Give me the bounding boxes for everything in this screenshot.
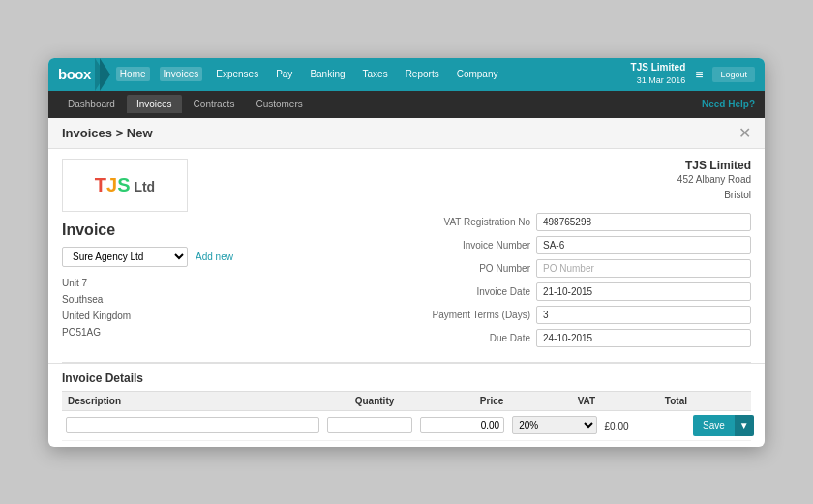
form-row-vat: VAT Registration No — [414, 213, 751, 231]
label-vat-reg: VAT Registration No — [414, 217, 530, 227]
nav-link-home[interactable]: Home — [116, 67, 150, 81]
subnav-dashboard[interactable]: Dashboard — [58, 95, 125, 113]
input-invoice-number[interactable] — [536, 236, 751, 254]
select-vat[interactable]: 20% 0% — [512, 416, 596, 434]
form-row-po-number: PO Number — [414, 259, 751, 278]
right-panel: TJS Limited 452 Albany Road Bristol VAT … — [414, 159, 751, 352]
address-line1: Unit 7 — [62, 275, 399, 291]
company-header-name: TJS Limited — [414, 159, 751, 172]
save-dropdown-button[interactable]: ▼ — [735, 415, 754, 436]
invoice-details-title: Invoice Details — [62, 371, 751, 385]
nav-link-expenses[interactable]: Expenses — [212, 67, 262, 81]
sub-nav: Dashboard Invoices Contracts Customers N… — [48, 91, 765, 118]
input-price[interactable] — [420, 417, 504, 433]
company-info: TJS Limited 31 Mar 2016 — [631, 61, 686, 87]
form-row-invoice-number: Invoice Number — [414, 236, 751, 254]
col-quantity: Quantity — [332, 396, 418, 406]
need-help-link[interactable]: Need Help? — [702, 99, 755, 109]
form-row-due-date: Due Date — [414, 329, 751, 347]
input-quantity[interactable] — [327, 417, 411, 433]
save-btn-group: Save ▼ — [693, 415, 754, 436]
logo-j: J — [106, 174, 117, 195]
address-line2: Southsea — [62, 291, 399, 308]
nav-right: TJS Limited 31 Mar 2016 ≡ Logout — [631, 61, 755, 87]
nav-links: Home Invoices Expenses Pay Banking Taxes… — [116, 67, 631, 81]
breadcrumb: Invoices > New — [62, 126, 153, 140]
save-button[interactable]: Save — [693, 415, 735, 436]
input-payment-terms[interactable] — [536, 306, 751, 324]
nav-link-invoices[interactable]: Invoices — [160, 67, 203, 81]
total-display: £0.00 — [605, 421, 631, 431]
nav-link-pay[interactable]: Pay — [272, 67, 296, 81]
company-addr1: 452 Albany Road — [414, 172, 751, 188]
invoice-details-section: Invoice Details Description Quantity Pri… — [48, 363, 765, 447]
client-select[interactable]: Sure Agency Ltd — [62, 247, 188, 267]
label-invoice-number: Invoice Number — [414, 240, 530, 251]
input-vat-reg[interactable] — [536, 213, 751, 231]
cell-vat: 20% 0% — [508, 416, 600, 434]
subnav-contracts[interactable]: Contracts — [184, 95, 245, 113]
input-invoice-date[interactable] — [536, 282, 751, 301]
top-nav: boox Home Invoices Expenses Pay Banking … — [48, 58, 765, 91]
nav-link-reports[interactable]: Reports — [402, 67, 443, 81]
nav-link-taxes[interactable]: Taxes — [359, 67, 392, 81]
browser-window: boox Home Invoices Expenses Pay Banking … — [48, 58, 765, 447]
main-content: TJS Ltd Invoice Sure Agency Ltd Add new … — [48, 149, 765, 362]
add-new-link[interactable]: Add new — [196, 252, 233, 262]
logo-area: boox — [58, 58, 110, 91]
col-description: Description — [62, 396, 332, 406]
table-row: 20% 0% £0.00 Save ▼ — [62, 411, 751, 441]
invoice-title: Invoice — [62, 222, 399, 239]
close-icon[interactable]: ✕ — [738, 124, 751, 142]
logo-text: boox — [58, 66, 91, 82]
subnav-invoices[interactable]: Invoices — [127, 95, 182, 113]
client-select-row: Sure Agency Ltd Add new — [62, 247, 399, 267]
company-name-top: TJS Limited — [631, 61, 686, 74]
input-due-date[interactable] — [536, 329, 751, 347]
cell-price — [416, 417, 508, 433]
company-logo-box: TJS Ltd — [62, 159, 188, 212]
col-price: Price — [417, 396, 509, 406]
subnav-customers[interactable]: Customers — [246, 95, 312, 113]
client-address: Unit 7 Southsea United Kingdom PO51AG — [62, 275, 399, 341]
cell-quantity — [323, 417, 415, 433]
nav-link-company[interactable]: Company — [453, 67, 502, 81]
address-line3: United Kingdom — [62, 308, 399, 324]
logo-t: T — [95, 174, 106, 195]
label-payment-terms: Payment Terms (Days) — [414, 310, 530, 320]
company-header: TJS Limited 452 Albany Road Bristol — [414, 159, 751, 203]
company-addr2: Bristol — [414, 188, 751, 203]
cell-total: £0.00 — [601, 420, 693, 431]
col-total: Total — [601, 396, 693, 406]
label-invoice-date: Invoice Date — [414, 286, 530, 297]
address-line4: PO51AG — [62, 324, 399, 341]
label-po-number: PO Number — [414, 263, 530, 274]
hamburger-icon[interactable]: ≡ — [691, 65, 707, 84]
left-panel: TJS Ltd Invoice Sure Agency Ltd Add new … — [62, 159, 399, 352]
table-header: Description Quantity Price VAT Total — [62, 391, 751, 411]
logo-s: S — [117, 174, 130, 195]
col-actions — [693, 396, 751, 406]
logout-button[interactable]: Logout — [712, 67, 755, 82]
label-due-date: Due Date — [414, 333, 530, 343]
col-vat: VAT — [509, 396, 601, 406]
input-description[interactable] — [66, 417, 319, 433]
cell-description — [62, 417, 323, 433]
breadcrumb-bar: Invoices > New ✕ — [48, 118, 765, 149]
nav-link-banking[interactable]: Banking — [306, 67, 348, 81]
form-row-invoice-date: Invoice Date — [414, 282, 751, 301]
sub-nav-links: Dashboard Invoices Contracts Customers — [58, 95, 702, 113]
logo-ltd: Ltd — [131, 179, 156, 194]
input-po-number[interactable] — [536, 259, 751, 278]
tjs-logo: TJS Ltd — [95, 174, 155, 196]
account-date: 31 Mar 2016 — [631, 74, 686, 87]
cell-actions: Save ▼ — [693, 415, 751, 436]
form-row-payment-terms: Payment Terms (Days) — [414, 306, 751, 324]
